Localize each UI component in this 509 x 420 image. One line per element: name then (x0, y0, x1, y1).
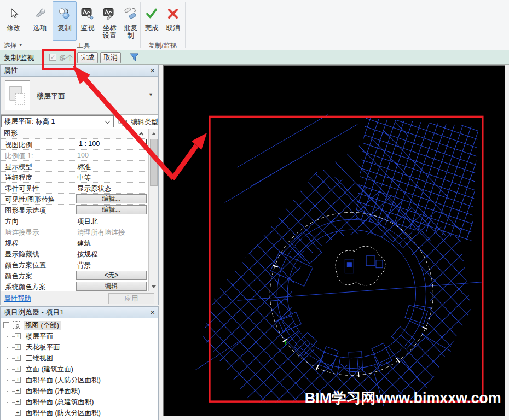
tree-item[interactable]: +三维视图 (1, 353, 158, 364)
right-strip (505, 65, 509, 420)
property-value[interactable]: 显示原状态 (77, 184, 112, 194)
property-label: 墙连接显示 (5, 228, 39, 237)
property-row: 系统颜色方案编辑 (1, 281, 148, 291)
scroll-up-icon[interactable] (149, 129, 158, 138)
batch-copy-button[interactable]: 批复制 (121, 1, 140, 41)
property-value[interactable]: 背景 (77, 261, 91, 270)
edit-type-icon[interactable] (118, 118, 128, 129)
options-button[interactable]: 选项 (28, 1, 51, 41)
project-browser-tree: − 视图 (全部) +楼层平面 +天花板平面 +三维视图 +立面 (建筑立面) … (1, 318, 158, 420)
tree-item-label[interactable]: 三维视图 (26, 354, 53, 363)
revit-window: 修改 选项 复制 监视 坐标设置 (0, 0, 509, 420)
properties-help-link[interactable]: 属性帮助 (4, 294, 31, 304)
property-value[interactable]: 建筑 (77, 239, 91, 248)
tree-root-label[interactable]: 视图 (全部) (24, 321, 61, 330)
tree-root-row[interactable]: − 视图 (全部) (1, 320, 158, 331)
finish-option-button[interactable]: 完成 (77, 52, 98, 63)
panel-label-select[interactable]: 选择 ▼ (0, 42, 26, 49)
tree-expand-icon[interactable]: + (15, 355, 21, 361)
modify-button[interactable]: 修改 (1, 1, 26, 41)
tree-expand-icon[interactable]: + (15, 377, 21, 383)
tree-expand-icon[interactable]: + (15, 344, 21, 350)
modify-label: 修改 (4, 24, 23, 32)
edit-button[interactable]: 编辑 (76, 282, 147, 291)
scrollbar-thumb[interactable] (150, 139, 158, 186)
tree-expand-icon[interactable]: + (15, 399, 21, 405)
project-browser-header: 项目浏览器 - 项目1 × (1, 307, 158, 318)
batch-copy-icon (122, 4, 140, 24)
multiple-checkbox[interactable]: ✓ (49, 54, 56, 61)
view-scale-input[interactable]: 1 : 100 (76, 139, 147, 149)
scroll-down-icon[interactable] (149, 282, 158, 291)
tree-item[interactable]: +楼层平面 (1, 331, 158, 342)
finish-label: 完成 (142, 24, 161, 32)
separator (125, 52, 125, 62)
filter-icon[interactable] (130, 53, 139, 64)
property-label: 比例值 1: (5, 151, 33, 161)
tree-item[interactable]: +立面 (建筑立面) (1, 364, 158, 375)
property-value[interactable]: 中等 (77, 173, 91, 183)
tree-item-label[interactable]: 面积平面 (防火分区面积) (26, 409, 101, 418)
views-icon (13, 321, 20, 329)
property-row: 比例值 1:100 (1, 150, 148, 161)
tree-item-label[interactable]: 楼层平面 (26, 332, 53, 341)
property-value[interactable]: 项目北 (77, 217, 98, 226)
tree-item[interactable]: +面积平面 (净面积) (1, 386, 158, 396)
options-mode-label: 复制/监视 (4, 53, 34, 63)
copy-button[interactable]: 复制 (53, 1, 77, 41)
properties-title: 属性 (4, 66, 18, 74)
none-button[interactable]: <无> (76, 271, 147, 280)
cancel-button[interactable]: 取消 (163, 1, 183, 41)
tree-expand-icon[interactable]: + (15, 366, 21, 372)
batch-copy-label: 批复制 (122, 24, 140, 40)
coordination-settings-button[interactable]: 坐标设置 (99, 1, 120, 41)
tree-item[interactable]: +面积平面 (防火分区面积) (1, 407, 158, 418)
chevron-down-icon[interactable]: ▼ (148, 92, 153, 97)
watermark-text: BIM学习网www.bimxxw.com (305, 390, 501, 406)
project-browser-title: 项目浏览器 - 项目1 (4, 308, 64, 316)
finish-button[interactable]: 完成 (142, 1, 161, 41)
tree-item-label[interactable]: 立面 (建筑立面) (26, 365, 73, 374)
tree-item-label[interactable]: 面积平面 (净面积) (26, 387, 80, 396)
type-selector[interactable]: 楼层平面 ▼ (1, 77, 158, 115)
property-value[interactable]: 按规程 (77, 250, 98, 259)
tree-expand-icon[interactable]: + (15, 388, 21, 394)
edit-button[interactable]: 编辑... (76, 194, 147, 203)
property-label: 显示隐藏线 (5, 250, 39, 259)
property-label: 系统颜色方案 (5, 283, 46, 291)
tree-item-label[interactable]: 天花板平面 (26, 343, 60, 352)
tree-item-label[interactable]: 面积平面 (人防分区面积) (26, 376, 101, 385)
view-instance-combobox[interactable]: 楼层平面: 标高 1 (1, 115, 114, 127)
project-browser-panel: 项目浏览器 - 项目1 × − 视图 (全部) +楼层平面 +天花板平面 +三维… (0, 306, 159, 420)
chevron-down-icon (105, 119, 111, 124)
property-row: 颜色方案<无> (1, 270, 148, 281)
cancel-option-button[interactable]: 取消 (100, 52, 121, 63)
close-icon[interactable]: × (150, 65, 155, 76)
options-label: 选项 (31, 24, 49, 32)
monitor-button[interactable]: 监视 (77, 1, 98, 41)
options-bar: 复制/监视 ✓ 多个 完成 取消 (0, 50, 509, 65)
tree-item[interactable]: +面积平面 (总建筑面积) (1, 396, 158, 407)
wrench-icon (31, 4, 49, 24)
apply-button[interactable]: 应用 (108, 293, 154, 304)
property-row: 图形显示选项编辑... (1, 205, 148, 215)
edit-type-label[interactable]: 编辑类型 (131, 118, 158, 127)
close-icon[interactable]: × (150, 307, 155, 318)
tree-expand-icon[interactable]: + (15, 333, 21, 339)
green-mark (285, 341, 286, 345)
ribbon: 修改 选项 复制 监视 坐标设置 (0, 0, 509, 50)
tree-expand-icon[interactable]: + (15, 410, 21, 416)
properties-header: 属性 × (1, 65, 158, 77)
property-row: 显示模型标准 (1, 161, 148, 172)
properties-scrollbar[interactable] (149, 129, 158, 291)
section-graphics[interactable]: 图形 (1, 129, 148, 139)
properties-footer: 属性帮助 应用 (1, 291, 158, 305)
drawing-viewport[interactable]: BIM学习网www.bimxxw.com (163, 65, 505, 416)
tree-collapse-icon[interactable]: − (3, 322, 9, 328)
tree-item-label[interactable]: 面积平面 (总建筑面积) (26, 398, 94, 407)
edit-button[interactable]: 编辑... (76, 205, 147, 214)
separator (42, 52, 42, 62)
tree-item[interactable]: +面积平面 (人防分区面积) (1, 375, 158, 386)
property-value[interactable]: 标准 (77, 162, 91, 172)
tree-item[interactable]: +天花板平面 (1, 342, 158, 353)
